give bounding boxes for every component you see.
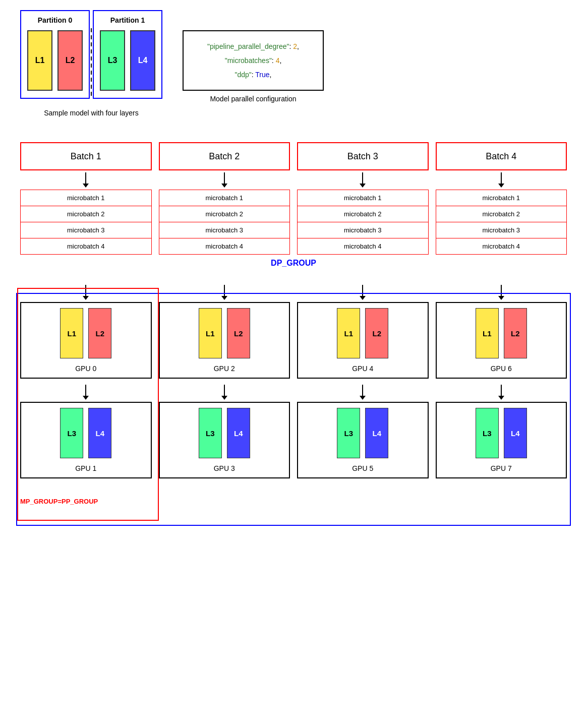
gpu-3-box: L3 L4 GPU 3	[159, 402, 290, 478]
gpu-2-L2: L2	[227, 308, 250, 358]
batch-4-label: Batch 4	[486, 151, 516, 162]
batch-2-box: Batch 2	[159, 142, 290, 170]
gpu-bottom-row: L3 L4 GPU 1 L3 L4	[20, 383, 567, 494]
arrow-batch4	[498, 172, 504, 188]
microbatch-2-4: microbatch 4	[159, 238, 290, 255]
arrow-gpu6-in	[498, 285, 504, 300]
gpu-0-L2: L2	[88, 308, 111, 358]
arrow-head	[221, 396, 227, 400]
gpu-1-box: L3 L4 GPU 1	[20, 402, 152, 478]
arrow-head	[221, 184, 227, 188]
arrow-head	[498, 396, 504, 400]
gpu-6-layers: L1 L2	[476, 308, 527, 358]
gpu-column-4: L1 L2 GPU 4	[297, 283, 429, 379]
config-line3: "ddp": True,	[196, 68, 311, 82]
gpu-2-L1: L1	[199, 308, 222, 358]
gpu-7-L3: L3	[476, 408, 499, 458]
arrow-line	[224, 172, 225, 184]
arrow-line	[85, 172, 86, 184]
arrow-gpu0-in	[83, 285, 89, 300]
microbatch-1-2: microbatch 2	[20, 206, 152, 222]
dp-group-area: DP_GROUP	[20, 259, 567, 268]
partition-0-layers: L1 L2	[27, 30, 83, 91]
mp-group-label-container: MP_GROUP=PP_GROUP	[20, 497, 567, 506]
gpu-2-label: GPU 2	[214, 365, 235, 373]
config-caption: Model parallel configuration	[210, 95, 296, 103]
gpu-4-layers: L1 L2	[337, 308, 388, 358]
gpu-7-box: L3 L4 GPU 7	[436, 402, 567, 478]
arrow-gpu4-in	[360, 285, 366, 300]
microbatch-4-2: microbatch 2	[436, 206, 567, 222]
gpu-column-0: L1 L2 GPU 0	[20, 283, 152, 379]
arrow-gpu1-in	[83, 385, 89, 400]
batch-3-label: Batch 3	[347, 151, 378, 162]
arrow-head	[83, 396, 89, 400]
gpu-2-layers: L1 L2	[199, 308, 250, 358]
gpu-column-2: L1 L2 GPU 2	[159, 283, 290, 379]
batch-column-1: Batch 1 microbatch 1 microbatch 2 microb…	[20, 142, 152, 255]
gpu-3-L3: L3	[199, 408, 222, 458]
microbatch-1-1: microbatch 1	[20, 190, 152, 206]
gpu-0-label: GPU 0	[75, 365, 96, 373]
gpu-1-L4: L4	[88, 408, 111, 458]
layer-L2: L2	[57, 30, 83, 91]
gpu-5-box: L3 L4 GPU 5	[297, 402, 429, 478]
config-key1: "pipeline_parallel_degree"	[207, 42, 289, 50]
arrow-head	[498, 296, 504, 300]
gpu-column-3: L3 L4 GPU 3	[159, 383, 290, 478]
partition-divider	[91, 28, 92, 99]
batch-1-label: Batch 1	[71, 151, 101, 162]
gpu-section: L1 L2 GPU 0 L1 L2	[20, 283, 567, 506]
gpu-0-layers: L1 L2	[60, 308, 111, 358]
gpu-4-label: GPU 4	[352, 365, 373, 373]
partition-1-box: Partition 1 L3 L4	[93, 10, 162, 99]
batch-column-2: Batch 2 microbatch 1 microbatch 2 microb…	[159, 142, 290, 255]
layer-L3: L3	[100, 30, 125, 91]
gpu-5-L3: L3	[337, 408, 360, 458]
gpu-top-row: L1 L2 GPU 0 L1 L2	[20, 283, 567, 379]
gpu-5-label: GPU 5	[352, 464, 373, 472]
gpu-1-layers: L3 L4	[60, 408, 111, 458]
microbatch-4-4: microbatch 4	[436, 238, 567, 255]
config-line1: "pipeline_parallel_degree": 2,	[196, 39, 311, 53]
microbatch-4-1: microbatch 1	[436, 190, 567, 206]
gpu-6-L1: L1	[476, 308, 499, 358]
arrow-line	[362, 385, 363, 396]
gpu-5-L4: L4	[365, 408, 388, 458]
arrow-line	[85, 285, 86, 296]
partition-1-layers: L3 L4	[100, 30, 155, 91]
microbatch-stack-2: microbatch 1 microbatch 2 microbatch 3 m…	[159, 190, 290, 255]
arrow-line	[501, 285, 502, 296]
batch-3-box: Batch 3	[297, 142, 429, 170]
batch-section: Batch 1 microbatch 1 microbatch 2 microb…	[10, 137, 577, 511]
batch-2-label: Batch 2	[209, 151, 240, 162]
arrow-line	[501, 385, 502, 396]
arrow-line	[85, 385, 86, 396]
config-box: "pipeline_parallel_degree": 2, "microbat…	[183, 30, 324, 91]
dp-group-label: DP_GROUP	[271, 259, 316, 267]
config-val1: 2	[293, 42, 297, 50]
partitions-container: Partition 0 L1 L2 Partition 1 L3 L4	[20, 10, 162, 99]
gpu-4-L2: L2	[365, 308, 388, 358]
main-container: Partition 0 L1 L2 Partition 1 L3 L4	[0, 0, 587, 521]
model-caption: Sample model with four layers	[44, 109, 139, 117]
arrow-head	[221, 296, 227, 300]
gpu-2-box: L1 L2 GPU 2	[159, 302, 290, 379]
microbatch-3-3: microbatch 3	[297, 222, 429, 238]
microbatch-1-3: microbatch 3	[20, 222, 152, 238]
arrow-line	[224, 285, 225, 296]
config-key3: "ddp"	[234, 71, 251, 79]
microbatch-4-3: microbatch 3	[436, 222, 567, 238]
arrow-batch3	[360, 172, 366, 188]
arrow-head	[498, 184, 504, 188]
batch-1-box: Batch 1	[20, 142, 152, 170]
gpu-1-L3: L3	[60, 408, 83, 458]
top-section: Partition 0 L1 L2 Partition 1 L3 L4	[10, 10, 577, 117]
arrow-batch2	[221, 172, 227, 188]
microbatch-stack-1: microbatch 1 microbatch 2 microbatch 3 m…	[20, 190, 152, 255]
gpu-1-label: GPU 1	[75, 464, 96, 472]
gpu-column-7: L3 L4 GPU 7	[436, 383, 567, 478]
config-section: "pipeline_parallel_degree": 2, "microbat…	[183, 15, 324, 103]
microbatch-3-4: microbatch 4	[297, 238, 429, 255]
arrow-head	[360, 396, 366, 400]
